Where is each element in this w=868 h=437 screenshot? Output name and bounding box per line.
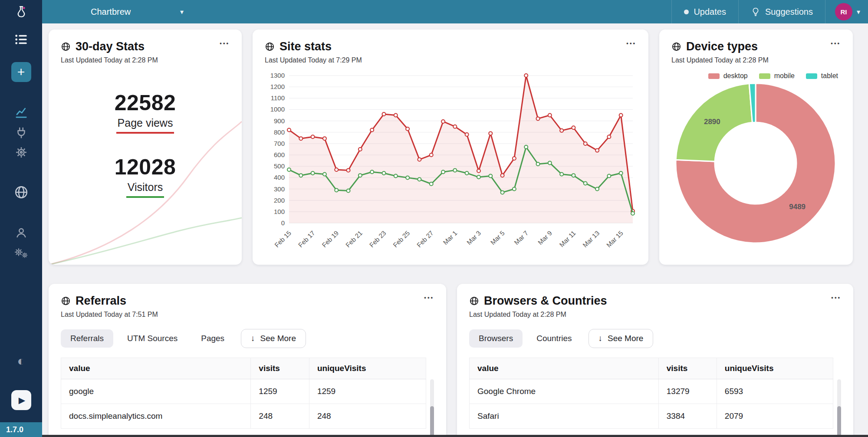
column-header: uniqueVisits: [309, 358, 426, 379]
referrals-table: valuevisitsuniqueVisitsgoogle12591259doc…: [61, 358, 426, 429]
card-device-types: Device types Last Updated Today at 2:28 …: [659, 30, 853, 265]
tab-pages[interactable]: Pages: [191, 329, 234, 348]
column-header: value: [470, 358, 659, 379]
top-navbar: Chartbrew ▾ Updates Suggestions RI ▾: [0, 0, 868, 23]
svg-text:Feb 25: Feb 25: [391, 229, 411, 249]
svg-text:400: 400: [274, 174, 285, 181]
tab-utm-sources[interactable]: UTM Sources: [118, 329, 187, 348]
table-cell: 13279: [658, 379, 717, 404]
card-title: Browsers & Countries: [484, 294, 607, 308]
svg-text:0: 0: [281, 219, 285, 227]
table-cell: 248: [309, 404, 426, 429]
line-chart-icon: [15, 106, 28, 119]
plus-icon: +: [17, 65, 25, 79]
kpi-value: 12028: [49, 154, 242, 180]
tab-browsers[interactable]: Browsers: [469, 329, 523, 348]
updates-button[interactable]: Updates: [672, 0, 738, 23]
double-gear-icon: [14, 246, 29, 260]
svg-text:Feb 17: Feb 17: [297, 229, 316, 249]
table-row: Google Chrome132796593: [470, 379, 833, 404]
card-menu-button[interactable]: •••: [831, 40, 841, 46]
svg-text:2890: 2890: [704, 118, 720, 126]
globe-icon: [265, 42, 275, 52]
tab-referrals[interactable]: Referrals: [61, 329, 113, 348]
table-scrollbar[interactable]: [430, 379, 434, 437]
card-menu-button[interactable]: •••: [424, 294, 434, 301]
updates-label: Updates: [694, 7, 726, 17]
user-menu-caret-icon[interactable]: ▾: [857, 8, 860, 16]
column-header: uniqueVisits: [717, 358, 833, 379]
lightbulb-icon: [751, 7, 760, 16]
chartbrew-logo[interactable]: [0, 0, 42, 23]
table-scrollbar[interactable]: [837, 379, 841, 437]
card-referrals: Referrals Last Updated Today at 7:51 PM …: [49, 284, 446, 437]
svg-text:9489: 9489: [789, 203, 806, 211]
dashboard-main: 30-day Stats Last Updated Today at 2:28 …: [42, 23, 868, 437]
navbar-right: Updates Suggestions RI ▾: [671, 0, 868, 23]
sidebar-item-dashboard[interactable]: [0, 106, 42, 119]
kpi-label: Page views: [116, 116, 174, 134]
legend-label: mobile: [774, 72, 795, 80]
globe-icon: [14, 185, 29, 200]
plug-icon: [15, 126, 28, 139]
svg-text:500: 500: [274, 162, 285, 170]
horizontal-scrollbar[interactable]: [42, 435, 868, 437]
see-more-button[interactable]: ↓ See More: [241, 329, 306, 348]
arrow-down-icon: ↓: [598, 334, 603, 343]
flask-icon: [15, 5, 28, 18]
svg-text:Mar 9: Mar 9: [536, 229, 553, 246]
sidebar-item-connections[interactable]: [0, 126, 42, 139]
scrollbar-thumb[interactable]: [837, 406, 841, 437]
card-menu-button[interactable]: •••: [626, 40, 636, 46]
app-root: Chartbrew ▾ Updates Suggestions RI ▾ +: [0, 0, 868, 437]
table-container: valuevisitsuniqueVisitsGoogle Chrome1327…: [469, 358, 841, 429]
card-menu-button[interactable]: •••: [831, 294, 841, 301]
arrow-down-icon: ↓: [251, 334, 255, 343]
table-cell: 1259: [309, 379, 426, 404]
table-cell: 248: [251, 404, 309, 429]
table-row: google12591259: [61, 379, 426, 404]
tabs-row: ReferralsUTM SourcesPages ↓ See More: [49, 319, 446, 348]
kpi-metrics: 22582 Page views 12028 Visitors: [49, 90, 242, 198]
browsers-table: valuevisitsuniqueVisitsGoogle Chrome1327…: [469, 358, 833, 429]
legend-swatch-icon: [708, 73, 720, 79]
svg-text:1100: 1100: [271, 94, 285, 102]
suggestions-button[interactable]: Suggestions: [739, 0, 825, 23]
sidebar-item-public-dashboard[interactable]: [0, 185, 42, 200]
legend-item[interactable]: tablet: [806, 72, 838, 80]
card-menu-button[interactable]: •••: [220, 40, 230, 46]
sidebar-menu-toggle[interactable]: [0, 32, 42, 47]
svg-text:Mar 5: Mar 5: [489, 229, 506, 246]
globe-icon: [671, 42, 681, 52]
create-chart-button[interactable]: +: [0, 62, 42, 82]
chart-legend: desktopmobiletablet: [659, 64, 853, 80]
svg-text:700: 700: [274, 140, 285, 147]
dataset-tabs: ReferralsUTM SourcesPages: [61, 329, 234, 348]
team-name: Chartbrew: [91, 7, 131, 17]
version-label: 1.7.0: [0, 422, 42, 437]
dataset-tabs: BrowsersCountries: [469, 329, 582, 348]
svg-text:900: 900: [274, 117, 285, 125]
see-more-label: See More: [608, 334, 643, 343]
see-more-label: See More: [260, 334, 296, 343]
theme-toggle[interactable]: ◐: [0, 354, 42, 368]
tutorial-button[interactable]: ▶: [0, 390, 42, 410]
legend-item[interactable]: mobile: [759, 72, 795, 80]
table-cell: 1259: [251, 379, 309, 404]
table-cell: 6593: [717, 379, 833, 404]
sidebar-item-profile[interactable]: [0, 226, 42, 239]
sidebar-item-settings[interactable]: [0, 146, 42, 159]
card-browsers-countries: Browsers & Countries Last Updated Today …: [457, 284, 853, 437]
team-dropdown[interactable]: Chartbrew ▾: [91, 0, 184, 23]
scrollbar-thumb[interactable]: [430, 406, 434, 437]
tab-countries[interactable]: Countries: [527, 329, 581, 348]
kpi-page-views: 22582 Page views: [49, 90, 242, 134]
sidebar-item-team-settings[interactable]: [0, 246, 42, 260]
legend-item[interactable]: desktop: [708, 72, 748, 80]
play-icon: ▶: [19, 395, 25, 405]
card-title: Device types: [686, 40, 758, 53]
kpi-label: Visitors: [126, 181, 164, 198]
table-container: valuevisitsuniqueVisitsgoogle12591259doc…: [61, 358, 434, 429]
see-more-button[interactable]: ↓ See More: [589, 329, 654, 348]
avatar[interactable]: RI: [835, 3, 852, 20]
